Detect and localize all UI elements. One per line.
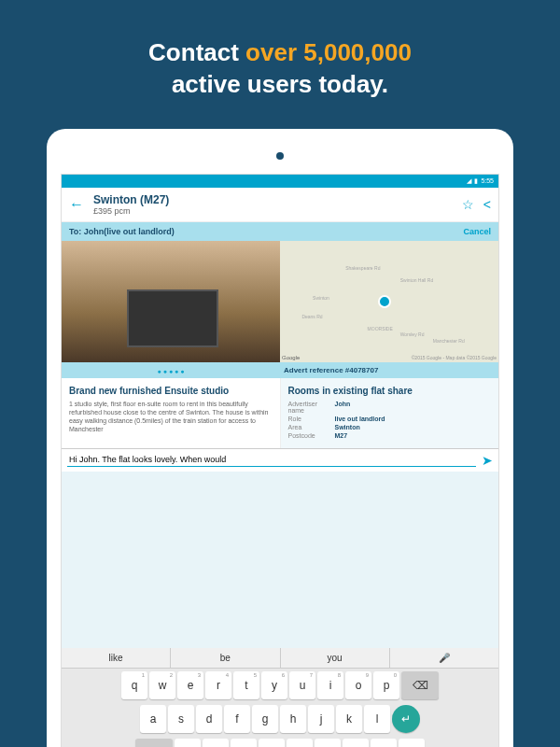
carousel-dots[interactable]: ● ● ● ● ● — [65, 366, 276, 374]
key-d[interactable]: d — [196, 705, 222, 733]
app-screen: ◢ ▮ 5:55 ← Swinton (M27) £395 pcm ☆ < To… — [61, 174, 499, 747]
battery-icon: ▮ — [474, 177, 478, 185]
key-x[interactable]: x — [203, 739, 229, 747]
key-r[interactable]: r4 — [205, 671, 231, 699]
recipient-label: To: John(live out landlord) — [69, 227, 175, 236]
advert-reference: Advert reference #4078707 — [276, 366, 495, 374]
key-f[interactable]: f — [224, 705, 250, 733]
suggestion-row: like be you 🎤 — [62, 648, 498, 669]
share-icon[interactable]: < — [483, 197, 491, 212]
map-pin-icon — [378, 295, 391, 308]
key-l[interactable]: l — [364, 705, 390, 733]
key-v[interactable]: v — [259, 739, 285, 747]
map-logo: Google — [282, 355, 300, 360]
message-input-bar: ➤ — [62, 448, 498, 472]
listing-details: Rooms in existing flat share Advertiser … — [281, 378, 499, 448]
media-row: Shakespeare Rd Swinton Hall Rd Swinton D… — [62, 241, 498, 362]
rooms-heading: Rooms in existing flat share — [288, 386, 492, 396]
key-q[interactable]: q1 — [121, 671, 147, 699]
key-g[interactable]: g — [252, 705, 278, 733]
hero-text: Contact over 5,000,000 active users toda… — [0, 0, 560, 129]
key-y[interactable]: y6 — [261, 671, 287, 699]
cancel-button[interactable]: Cancel — [463, 227, 491, 236]
key-i[interactable]: i8 — [317, 671, 343, 699]
key-j[interactable]: j — [308, 705, 334, 733]
key-o[interactable]: o9 — [345, 671, 371, 699]
key-u[interactable]: u7 — [289, 671, 315, 699]
key-?[interactable]: ? — [399, 739, 425, 747]
key-m[interactable]: m — [343, 739, 369, 747]
key-k[interactable]: k — [336, 705, 362, 733]
map-attribution: ©2015 Google - Map data ©2015 Google — [412, 355, 497, 360]
listing-body: 1 studio style, first floor en-suite roo… — [69, 400, 273, 433]
key-a[interactable]: a — [140, 705, 166, 733]
mic-icon[interactable]: 🎤 — [390, 648, 498, 668]
map-view[interactable]: Shakespeare Rd Swinton Hall Rd Swinton D… — [280, 241, 498, 362]
suggestion[interactable]: be — [171, 648, 280, 668]
key-c[interactable]: c — [231, 739, 257, 747]
recipient-bar: To: John(live out landlord) Cancel — [62, 222, 498, 241]
listing-title: Brand new furnished Ensuite studio — [69, 386, 273, 396]
key-t[interactable]: t5 — [233, 671, 259, 699]
keyboard: like be you 🎤 q1w2e3r4t5y6u7i8o9p0⌫ asdf… — [62, 648, 498, 747]
back-button[interactable]: ← — [69, 196, 84, 213]
shift-key[interactable]: ⇧ — [135, 739, 173, 747]
key-w[interactable]: w2 — [149, 671, 175, 699]
listing-photo[interactable] — [62, 241, 280, 362]
key-![interactable]: ! — [371, 739, 397, 747]
key-h[interactable]: h — [280, 705, 306, 733]
suggestion[interactable]: like — [62, 648, 171, 668]
favorite-icon[interactable]: ☆ — [462, 197, 474, 212]
page-title: Swinton (M27) £395 pcm — [93, 193, 462, 216]
key-z[interactable]: z — [175, 739, 201, 747]
key-e[interactable]: e3 — [177, 671, 203, 699]
enter-key[interactable]: ↵ — [392, 705, 420, 733]
tablet-frame: ◢ ▮ 5:55 ← Swinton (M27) £395 pcm ☆ < To… — [47, 129, 513, 747]
wifi-icon: ◢ — [467, 177, 471, 185]
key-p[interactable]: p0 — [373, 671, 399, 699]
clock: 5:55 — [481, 177, 494, 184]
backspace-key[interactable]: ⌫ — [401, 671, 439, 699]
key-n[interactable]: n — [315, 739, 341, 747]
send-button[interactable]: ➤ — [482, 453, 493, 468]
listing-description: Brand new furnished Ensuite studio 1 stu… — [62, 378, 281, 448]
camera-dot — [276, 152, 284, 160]
key-b[interactable]: b — [287, 739, 313, 747]
status-bar: ◢ ▮ 5:55 — [62, 175, 498, 188]
suggestion[interactable]: you — [281, 648, 390, 668]
content-row: Brand new furnished Ensuite studio 1 stu… — [62, 378, 498, 448]
app-header: ← Swinton (M27) £395 pcm ☆ < — [62, 188, 498, 222]
key-s[interactable]: s — [168, 705, 194, 733]
message-input[interactable] — [67, 453, 476, 467]
carousel-ref-row: ● ● ● ● ● Advert reference #4078707 — [62, 362, 498, 378]
